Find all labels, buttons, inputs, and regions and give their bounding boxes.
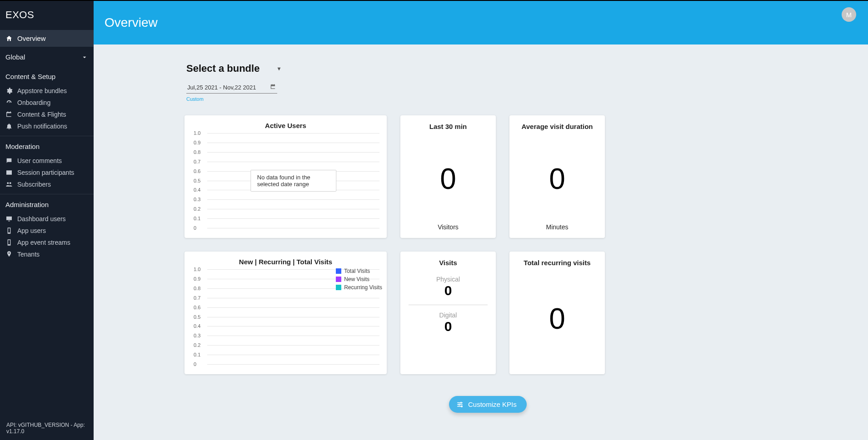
legend-swatch	[336, 268, 341, 274]
bundle-select-label: Select a bundle	[186, 63, 259, 74]
sidebar-item-label: Session participants	[17, 169, 74, 176]
sidebar-item-push-notifications[interactable]: Push notifications	[0, 120, 94, 132]
customize-kpis-button[interactable]: Customize KPIs	[449, 396, 527, 413]
sidebar-item-overview[interactable]: Overview	[0, 30, 94, 47]
sidebar-item-label: Overview	[17, 35, 46, 42]
gauge-icon	[5, 99, 13, 106]
phone-icon	[5, 239, 13, 246]
card-title: Last 30 min	[405, 123, 491, 130]
sidebar-item-label: App event streams	[17, 239, 70, 246]
sliders-icon	[456, 401, 464, 408]
card-sublabel: Visitors	[405, 223, 491, 231]
sidebar-item-app-event-streams[interactable]: App event streams	[0, 237, 94, 248]
customize-kpis-label: Customize KPIs	[468, 400, 517, 408]
users-icon	[5, 181, 13, 188]
version-footer: API: vGITHUB_VERSION - App: v1.17.0	[0, 417, 94, 440]
sidebar-item-label: App users	[17, 227, 46, 234]
divider	[409, 305, 488, 305]
sidebar-item-label: User comments	[17, 157, 62, 164]
sidebar-section-administration: Administration	[0, 194, 94, 213]
sidebar-section-content-setup: Content & Setup	[0, 66, 94, 85]
legend-label: New Visits	[344, 276, 369, 282]
avatar[interactable]: M	[842, 7, 856, 22]
bell-icon	[5, 123, 13, 130]
card-title: Total recurring visits	[514, 259, 600, 267]
sidebar-item-session-participants[interactable]: Session participants	[0, 167, 94, 178]
svg-point-0	[460, 402, 462, 403]
sidebar-item-subscribers[interactable]: Subscribers	[0, 178, 94, 190]
sidebar-item-label: Dashboard users	[17, 215, 66, 222]
sidebar-section-moderation: Moderation	[0, 136, 94, 155]
pin-icon	[5, 251, 13, 258]
chart-active-users: 1.00.90.80.70.60.50.40.30.20.10No data f…	[207, 133, 379, 228]
visits-digital-label: Digital	[405, 311, 491, 319]
sidebar-item-label: Push notifications	[17, 123, 67, 130]
chevron-down-icon	[81, 54, 88, 61]
sidebar-item-onboarding[interactable]: Onboarding	[0, 97, 94, 109]
card-value: 0	[405, 134, 491, 223]
legend-swatch	[336, 277, 341, 282]
legend-label: Total Visits	[344, 268, 370, 274]
sidebar-item-app-users[interactable]: App users	[0, 225, 94, 237]
topbar: Overview M	[94, 1, 868, 44]
main: Overview M Select a bundle ▾ Jul,25 2021…	[94, 0, 868, 440]
card-value: 0	[514, 270, 600, 367]
chart-legend: Total Visits New Visits Recurring Visits	[336, 268, 382, 292]
card-title: Visits	[405, 259, 491, 267]
cards-row-1: Active Users 1.00.90.80.70.60.50.40.30.2…	[185, 115, 730, 238]
chevron-down-icon: ▾	[278, 65, 280, 72]
sidebar: EXOS Overview Global Content & Setup App…	[0, 0, 94, 440]
card-total-recurring-visits: Total recurring visits 0	[509, 252, 605, 374]
card-sublabel: Minutes	[514, 223, 600, 231]
brand-logo: EXOS	[0, 1, 94, 30]
sidebar-item-appstore-bundles[interactable]: Appstore bundles	[0, 85, 94, 97]
sidebar-item-content-flights[interactable]: Content & Flights	[0, 109, 94, 120]
sidebar-item-label: Tenants	[17, 251, 40, 258]
card-value: 0	[514, 134, 600, 223]
sidebar-item-user-comments[interactable]: User comments	[0, 155, 94, 167]
legend-label: Recurring Visits	[344, 284, 382, 291]
card-avg-visit-duration: Average visit duration 0 Minutes	[509, 115, 605, 238]
sidebar-item-label: Onboarding	[17, 99, 50, 106]
date-range-value: Jul,25 2021 - Nov,22 2021	[187, 84, 256, 91]
calendar-icon	[5, 111, 13, 118]
content-scroll[interactable]: Select a bundle ▾ Jul,25 2021 - Nov,22 2…	[94, 44, 868, 440]
date-range-custom-link[interactable]: Custom	[186, 96, 730, 102]
visits-digital-value: 0	[405, 319, 491, 334]
sidebar-global-dropdown[interactable]: Global	[0, 47, 94, 66]
chart-no-data-message: No data found in the selected date range	[250, 170, 337, 192]
sidebar-item-label: Subscribers	[17, 181, 51, 188]
home-icon	[5, 35, 13, 42]
legend-item-new: New Visits	[336, 276, 382, 282]
cards-row-2: New | Recurring | Total Visits 1.00.90.8…	[185, 252, 730, 374]
page-title: Overview	[105, 15, 158, 30]
card-visits: Visits Physical 0 Digital 0	[400, 252, 496, 374]
calendar-icon	[270, 84, 276, 91]
sidebar-item-label: Content & Flights	[17, 111, 66, 118]
card-title: Average visit duration	[514, 123, 600, 130]
sidebar-global-label: Global	[5, 53, 25, 61]
controls: Select a bundle ▾ Jul,25 2021 - Nov,22 2…	[185, 63, 730, 115]
sidebar-item-label: Appstore bundles	[17, 87, 67, 94]
date-range-picker[interactable]: Jul,25 2021 - Nov,22 2021	[186, 82, 277, 94]
legend-item-recurring: Recurring Visits	[336, 284, 382, 291]
card-visits-chart: New | Recurring | Total Visits 1.00.90.8…	[185, 252, 387, 374]
card-title: Active Users	[192, 122, 379, 129]
card-active-users: Active Users 1.00.90.80.70.60.50.40.30.2…	[185, 115, 387, 238]
legend-item-total: Total Visits	[336, 268, 382, 274]
legend-swatch	[336, 285, 341, 290]
sidebar-item-dashboard-users[interactable]: Dashboard users	[0, 213, 94, 225]
card-title: New | Recurring | Total Visits	[192, 258, 379, 266]
comment-icon	[5, 157, 13, 164]
sidebar-item-tenants[interactable]: Tenants	[0, 248, 94, 260]
gear-icon	[5, 87, 13, 94]
svg-point-1	[459, 404, 460, 405]
bundle-select[interactable]: Select a bundle ▾	[186, 63, 280, 74]
visits-physical-label: Physical	[405, 276, 491, 283]
card-last-30-min: Last 30 min 0 Visitors	[400, 115, 496, 238]
phone-icon	[5, 227, 13, 234]
visits-physical-value: 0	[405, 283, 491, 298]
monitor-icon	[5, 215, 13, 222]
card-icon	[5, 169, 13, 176]
